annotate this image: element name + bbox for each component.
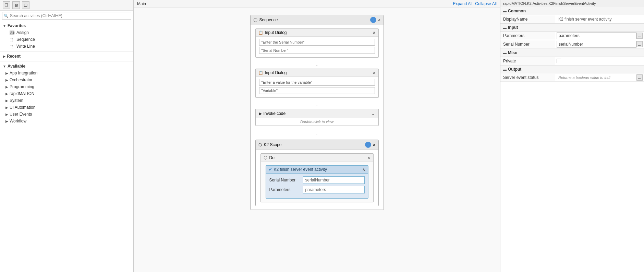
collapse-all-btn[interactable]: Collapse All bbox=[475, 1, 497, 6]
server-event-status-ellipsis-btn[interactable]: … bbox=[636, 74, 643, 81]
recent-label: Recent bbox=[7, 54, 21, 59]
main-tab-label: Main bbox=[137, 1, 146, 6]
arrow-connector-2: ↓ bbox=[255, 100, 379, 109]
toolbar-btn-3[interactable]: ❑ bbox=[22, 1, 29, 9]
input-dialog-1-field-2: "Serial Number" bbox=[259, 47, 375, 54]
orchestrator-label: Orchestrator bbox=[10, 78, 33, 82]
invoke-code-collapse[interactable]: ⌄ bbox=[371, 111, 375, 116]
k2finish-check-icon: ✔ bbox=[269, 167, 272, 172]
expand-collapse-controls: Expand All Collapse All bbox=[453, 1, 497, 6]
k2finish-header-left: ✔ K2 finish server event activity bbox=[269, 167, 327, 172]
input-dialog-2-title: Input Dialog bbox=[265, 70, 287, 75]
writeline-label: Write Line bbox=[16, 44, 35, 49]
parameters-ellipsis-btn[interactable]: … bbox=[636, 33, 643, 39]
favorite-item-writeline[interactable]: ⬚ Write Line bbox=[0, 43, 133, 50]
serial-number-ellipsis-btn[interactable]: … bbox=[636, 41, 643, 47]
k2scope-title: K2 Scope bbox=[264, 142, 282, 147]
favorite-item-sequence[interactable]: ⬚ Sequence bbox=[0, 36, 133, 43]
right-panel: rapidMATION.K2.Activities.K2FinishServer… bbox=[500, 0, 644, 272]
sequence-container: ⬡ Sequence i ∧ 📋 Input Dialog bbox=[250, 15, 384, 210]
user-events-arrow: ▶ bbox=[5, 113, 8, 116]
k2scope-body: ⬡ Do ∧ bbox=[256, 150, 378, 206]
k2finish-body: Serial Number Parameters bbox=[266, 174, 368, 198]
search-input[interactable] bbox=[2, 12, 131, 20]
invoke-code-body[interactable]: Double-click to view bbox=[256, 118, 378, 126]
misc-section-header[interactable]: ▬ Misc bbox=[500, 49, 644, 57]
k2finish-params-label: Parameters bbox=[269, 187, 300, 192]
user-events-label: User Events bbox=[10, 112, 32, 117]
canvas[interactable]: ⬡ Sequence i ∧ 📋 Input Dialog bbox=[134, 8, 500, 272]
available-label: Available bbox=[8, 64, 25, 69]
parameters-row: Parameters … bbox=[500, 32, 644, 40]
input-dialog-2-collapse[interactable]: ∧ bbox=[373, 70, 376, 75]
sequence-collapse-btn[interactable]: ∧ bbox=[378, 17, 381, 22]
category-ui-automation[interactable]: ▶ UI Automation bbox=[0, 104, 133, 111]
do-header-left: ⬡ Do bbox=[264, 155, 275, 160]
k2scope-collapse-btn[interactable]: ∧ bbox=[373, 142, 376, 147]
parameters-input[interactable] bbox=[557, 32, 636, 39]
category-programming[interactable]: ▶ Programming bbox=[0, 83, 133, 90]
k2finish-serial-input[interactable] bbox=[303, 176, 365, 184]
category-orchestrator[interactable]: ▶ Orchestrator bbox=[0, 76, 133, 83]
recent-section[interactable]: ▶ Recent bbox=[0, 53, 133, 60]
misc-section-name: Misc bbox=[508, 50, 517, 55]
sequence-controls: i ∧ bbox=[370, 17, 381, 23]
parameters-value-area: … bbox=[555, 32, 644, 40]
favorites-arrow: ▼ bbox=[3, 24, 6, 28]
k2finish-params-row: Parameters bbox=[269, 186, 365, 193]
category-workflow[interactable]: ▶ Workflow bbox=[0, 118, 133, 125]
category-app-integration[interactable]: ▶ App Integration bbox=[0, 70, 133, 76]
k2finish-params-input[interactable] bbox=[303, 186, 365, 193]
search-box-container: 🔍 bbox=[2, 12, 131, 20]
serial-number-input[interactable] bbox=[557, 41, 636, 48]
toolbar-btn-1[interactable]: ❐ bbox=[3, 1, 10, 9]
properties-panel: ▬ Common DisplayName K2 finish server ev… bbox=[500, 7, 644, 272]
sequence-info-btn[interactable]: i bbox=[370, 17, 376, 23]
sequence-header-left: ⬡ Sequence bbox=[253, 17, 278, 23]
system-label: System bbox=[10, 98, 23, 103]
favorite-item-assign[interactable]: AB Assign bbox=[0, 29, 133, 36]
output-section-header[interactable]: ▬ Output bbox=[500, 66, 644, 73]
programming-label: Programming bbox=[10, 84, 34, 89]
available-section[interactable]: ▼ Available bbox=[0, 63, 133, 70]
input-section-name: Input bbox=[508, 25, 518, 30]
input-dialog-1-header: 📋 Input Dialog ∧ bbox=[256, 29, 378, 37]
category-rapidmation[interactable]: ▶ rapidMATION bbox=[0, 90, 133, 97]
displayname-row: DisplayName K2 finish server event activ… bbox=[500, 15, 644, 23]
common-section-header[interactable]: ▬ Common bbox=[500, 7, 644, 15]
category-system[interactable]: ▶ System bbox=[0, 97, 133, 104]
available-arrow: ▼ bbox=[3, 64, 6, 68]
private-checkbox[interactable] bbox=[557, 59, 561, 63]
category-user-events[interactable]: ▶ User Events bbox=[0, 111, 133, 118]
input-section-header[interactable]: ▬ Input bbox=[500, 24, 644, 32]
sequence-title: Sequence bbox=[259, 17, 278, 22]
do-header: ⬡ Do ∧ bbox=[261, 154, 373, 162]
displayname-value-area: K2 finish server event activity bbox=[555, 15, 644, 23]
input-dialog-1-collapse[interactable]: ∧ bbox=[373, 30, 376, 35]
favorites-section[interactable]: ▼ Favorites bbox=[0, 22, 133, 29]
invoke-code-header-left: ▶ Invoke code bbox=[259, 111, 286, 116]
input-dialog-2-header: 📋 Input Dialog ∧ bbox=[256, 69, 378, 77]
app-integration-label: App Integration bbox=[10, 71, 37, 75]
expand-all-btn[interactable]: Expand All bbox=[453, 1, 473, 6]
input-dialog-2-header-left: 📋 Input Dialog bbox=[258, 70, 287, 75]
server-event-status-value-area: Returns a boolean value to indi … bbox=[555, 74, 644, 81]
sequence-fav-icon: ⬚ bbox=[10, 37, 14, 42]
output-section: ▬ Output Server event status Returns a b… bbox=[500, 66, 644, 82]
misc-collapse-icon: ▬ bbox=[503, 51, 507, 55]
input-dialog-2-icon: 📋 bbox=[258, 71, 263, 75]
input-dialog-2-field-1: "Enter a value for the variable" bbox=[259, 79, 375, 86]
do-container: ⬡ Do ∧ bbox=[260, 153, 374, 202]
toolbar-btn-2[interactable]: ⊟ bbox=[12, 1, 20, 9]
input-dialog-1-body: "Enter the Serial Number" "Serial Number… bbox=[256, 37, 378, 57]
do-icon: ⬡ bbox=[264, 155, 267, 160]
k2scope-controls: i ∧ bbox=[365, 142, 376, 148]
k2scope-info-btn[interactable]: i bbox=[365, 142, 371, 148]
k2finish-collapse-btn[interactable]: ∧ bbox=[362, 167, 365, 172]
programming-arrow: ▶ bbox=[5, 85, 8, 89]
do-collapse-btn[interactable]: ∧ bbox=[367, 155, 370, 160]
invoke-code-header: ▶ Invoke code ⌄ bbox=[256, 109, 378, 118]
input-dialog-2: 📋 Input Dialog ∧ "Enter a value for the … bbox=[255, 69, 379, 98]
right-panel-breadcrumb: rapidMATION.K2.Activities.K2FinishServer… bbox=[503, 1, 596, 5]
output-section-name: Output bbox=[508, 67, 521, 72]
